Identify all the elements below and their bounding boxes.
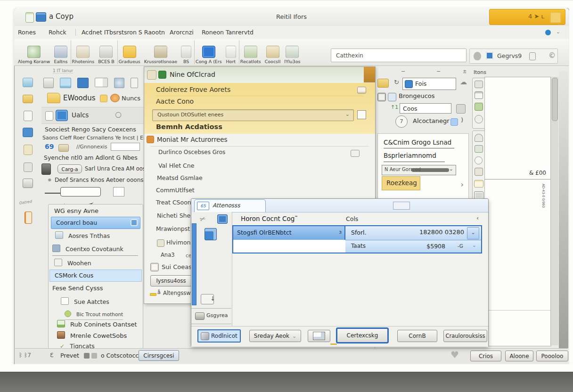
card-chevron-right-icon[interactable]: › — [461, 180, 464, 189]
list-item-selected[interactable]: Coorarcl boau — [51, 217, 140, 229]
strip-text-icon[interactable] — [475, 91, 483, 99]
rail-ledger-icon[interactable] — [25, 212, 32, 224]
menu-item[interactable]: Treat CSoon — [156, 199, 191, 206]
craul-button[interactable]: Craulorouksiss — [443, 330, 487, 342]
strip-green-icon[interactable] — [475, 103, 483, 111]
list-item[interactable]: Fese Send Cysss — [52, 285, 103, 292]
corn-button[interactable]: CornB — [397, 330, 437, 342]
menubar-chevron-icon[interactable]: ⌄ — [556, 29, 560, 35]
users-bar[interactable]: Ualcs ○ — [41, 107, 144, 124]
strip-anchor-icon[interactable] — [475, 168, 483, 176]
menu-item-aacte[interactable]: Aacte Cono — [156, 98, 194, 105]
menu-inline-combo[interactable]: Qustoun DtOSutlet enees ⌄ — [152, 109, 354, 121]
cargo-button[interactable]: Carg-a — [57, 164, 82, 173]
menu-item-4[interactable]: Arorcnzi — [170, 29, 194, 36]
folder-secondary-label[interactable]: Nuncs — [122, 95, 140, 102]
toolbar-item-coocsll[interactable]: Coocsll — [264, 41, 282, 64]
toolbar-item-bs[interactable]: BS — [180, 41, 192, 64]
info-circle-icon[interactable]: © — [548, 51, 556, 60]
menu-item-5[interactable]: Roneon Tanrervtd — [202, 29, 254, 36]
bottom-button-aloone[interactable]: Aloone — [505, 351, 533, 361]
rp-combo[interactable]: Fois — [402, 78, 456, 90]
toolbar-item-alemg[interactable]: Alemg Koranw — [17, 41, 51, 64]
bottom-button-crios[interactable]: Crios — [470, 351, 501, 361]
toolbar-item-iylusos[interactable]: IYlu3os — [283, 41, 301, 64]
rail-a-icon[interactable] — [24, 163, 33, 172]
menu-item[interactable]: CommUtlfset — [156, 187, 195, 194]
rp-folder-icon[interactable] — [377, 79, 389, 88]
menu-item[interactable]: Ana3 — [161, 252, 175, 258]
menu-item-colterez[interactable]: Cdoirerez Frove Aorets — [156, 86, 363, 96]
image-button[interactable] — [308, 330, 330, 342]
toolbar-item-bces[interactable]: BCES B — [97, 41, 115, 64]
strip-folder-icon[interactable] — [474, 180, 483, 188]
list-item[interactable]: Coentxo Covotaunk — [52, 244, 138, 256]
rp-grid-icon[interactable] — [377, 93, 386, 101]
dialog-tab[interactable]: 65 Attenosss — [194, 199, 266, 212]
mini-monitor-icon[interactable] — [60, 78, 71, 88]
list-item[interactable]: Mrenle CowetSobs — [57, 331, 127, 340]
menu-item[interactable]: Moniat Mr Acturorrees — [157, 136, 228, 143]
card-highlight-item[interactable]: Roezkeag — [382, 176, 420, 190]
menu-item-2[interactable]: Rohck — [49, 29, 66, 36]
menu-checkbox[interactable] — [357, 110, 366, 119]
table-row1-cell1[interactable]: Stogsfi OlrBENbtct ɜ — [233, 226, 345, 240]
empty-circle-icon[interactable]: ○ — [115, 110, 122, 119]
toolbar-item-cong[interactable]: Cong A (Ers — [194, 41, 223, 64]
list-item[interactable]: Bic Trcout mothont — [65, 309, 123, 320]
mini-brush-icon[interactable] — [114, 78, 124, 88]
sidebar-footer[interactable]: Gsgyrea — [191, 308, 231, 324]
titlebar-square-icon[interactable] — [550, 12, 561, 23]
dialog-collapse-icon[interactable]: ‹ — [476, 214, 479, 221]
menu-item-1[interactable]: Rones — [18, 29, 36, 36]
status-action-button[interactable]: Cirsrsgcesi — [139, 350, 179, 361]
strip-pen-icon[interactable] — [475, 115, 483, 123]
menu-item[interactable]: Hlvimono — [166, 239, 194, 246]
toolbar-item-ealtns[interactable]: Ealtns — [53, 41, 68, 64]
table-row1-cell2[interactable]: Sforl. 182800 03280 ⌄ — [345, 226, 481, 240]
menu-item[interactable]: Nicheti Sheg — [157, 212, 194, 219]
small-input-1[interactable] — [60, 187, 101, 196]
toolbar-item-rhotenins[interactable]: Rhotenins — [71, 41, 96, 64]
rp-square-button[interactable] — [456, 104, 466, 114]
folder-primary-label[interactable]: EWoodus — [63, 94, 96, 102]
menu-item[interactable]: Val Hlet Cne — [158, 162, 194, 169]
toolbar-item-kruss[interactable]: Krussrotlsnoae — [143, 41, 178, 64]
rail-page-icon[interactable] — [24, 111, 33, 121]
table-row2-cell2[interactable]: Taats $5908 -G ⌄ — [345, 240, 481, 253]
groups-box[interactable]: Gegrvs9 — [469, 49, 558, 64]
rp-code-input[interactable] — [400, 103, 451, 114]
rail-z-icon[interactable] — [23, 179, 33, 188]
orange-folder-icon[interactable] — [110, 94, 120, 102]
rail-doc-icon[interactable] — [23, 78, 33, 87]
rail-note-icon[interactable] — [24, 145, 33, 155]
dropdown-button[interactable]: Sreday Aeok ⌄ — [249, 330, 301, 342]
combo-chevron-icon[interactable]: ⌄ — [345, 111, 350, 117]
menu-item[interactable]: Meatsd Gsmlae — [157, 174, 203, 181]
toolbar-item-hort[interactable]: Hort — [225, 41, 237, 64]
folder-icon[interactable] — [47, 93, 60, 103]
card-combo[interactable]: N Aeur Gorrcod ⌄ — [382, 165, 456, 175]
list-item[interactable]: Sue Aatctes — [61, 297, 109, 306]
sidebar-doc-icon[interactable] — [205, 228, 217, 240]
toggle-button[interactable]: Rodlnicot — [197, 329, 241, 343]
strip-kg-icon[interactable] — [475, 145, 483, 153]
mini-split-icon[interactable] — [95, 78, 108, 87]
list-item[interactable]: Aosres Tnthas — [55, 231, 110, 240]
minimize-glyph[interactable]: − — [401, 68, 405, 74]
mini-doc-icon[interactable] — [43, 78, 54, 88]
dialog-strip-control[interactable] — [393, 202, 410, 210]
gn-input[interactable] — [111, 143, 140, 151]
small-input-2[interactable] — [113, 187, 124, 196]
strip-clip-icon[interactable] — [475, 134, 483, 142]
scrollbar-thumb[interactable] — [552, 78, 558, 121]
list-item[interactable]: Woohen — [54, 258, 91, 267]
sidebar-chip-icon[interactable] — [217, 214, 228, 224]
menu-item-bemnh[interactable]: Bemnh Acdatioss — [156, 123, 222, 131]
row2-chevron-icon[interactable]: ⌄ — [472, 242, 476, 248]
menu-item[interactable]: Mrawionpst — [156, 225, 190, 232]
strip-a-icon[interactable] — [475, 81, 483, 88]
list-item[interactable]: Rub Coninets Oantset — [57, 319, 137, 328]
rail-blue-doc-icon[interactable] — [23, 128, 33, 137]
table-row2-cell1[interactable] — [233, 240, 345, 253]
